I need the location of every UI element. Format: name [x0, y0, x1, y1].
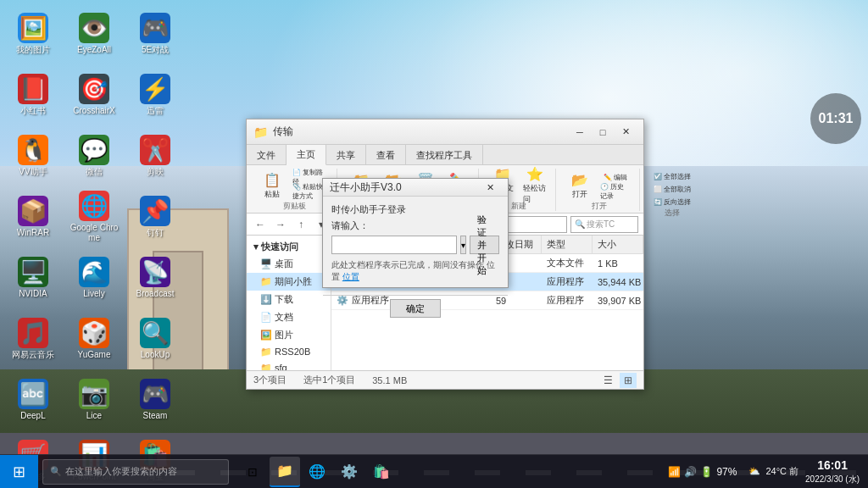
sidebar-item-desktop[interactable]: 🖥️ 桌面 [247, 255, 331, 273]
dialog-box: 迁牛小助手V3.0 ✕ 时传小助手子登录 请输入： ▾ 验证并开始 此处文档程序… [322, 178, 509, 288]
desktop-icon-deepl[interactable]: 🔤 DeepL [4, 370, 62, 430]
ribbon-btn-easy-access[interactable]: ⭐ 轻松访问 [520, 170, 550, 201]
taskbar-icon-edge[interactable]: 🌐 [302, 457, 332, 487]
col-header-type[interactable]: 类型 [542, 236, 593, 253]
desktop-icon-eyezoall[interactable]: 👁️ EyeZoAll [65, 4, 123, 64]
desktop-icon-lively[interactable]: 🌊 Lively [65, 248, 123, 308]
dialog-subtitle: 时传小助手子登录 [331, 203, 499, 216]
taskbar-system-tray: 📶 🔊 🔋 97% ⛅ 24°C 前 16:01 2022/3/30 (水) [654, 458, 868, 486]
search-placeholder: 搜索TC [587, 219, 615, 230]
dialog-link[interactable]: 位置 [342, 272, 359, 281]
desktop-icon-jianying[interactable]: ✂️ 剪映 [126, 126, 184, 186]
sidebar-item-documents[interactable]: 📄 文档 [247, 308, 331, 326]
back-button[interactable]: ← [252, 216, 269, 233]
desktop-icon-winrar[interactable]: 📦 WinRAR [4, 187, 62, 247]
sidebar-item-rss20b[interactable]: 📁 RSS20B [247, 344, 331, 360]
ribbon-btn-invert-select[interactable]: 🔄 反向选择 [648, 196, 696, 208]
desktop-icon-label: Lively [83, 289, 105, 299]
desktop-icon-label: Lice [86, 411, 102, 421]
ribbon-tabs: 文件 主页 共享 查看 查找程序工具 [247, 145, 643, 165]
dialog-verify-button[interactable]: 验证并开始 [470, 236, 499, 254]
desktop-icon-chrome[interactable]: 🌐 Google Chrome [65, 187, 123, 247]
status-items: 3个项目 [253, 374, 287, 386]
desktop-icon-label: 迅雷 [147, 106, 164, 116]
sidebar-item-jianjiansheng[interactable]: 📁 期间小胜 [247, 273, 331, 291]
ribbon-tab-view[interactable]: 查看 [366, 145, 406, 165]
ribbon-btn-paste[interactable]: 📋 粘贴 [257, 170, 287, 201]
search-box[interactable]: 🔍 搜索TC [570, 216, 638, 233]
desktop-icon-label: Broadcast [136, 289, 174, 299]
ribbon-tab-file[interactable]: 文件 [247, 145, 287, 165]
ribbon-btn-history[interactable]: 🕐 历史记录 [597, 185, 634, 198]
ribbon-tab-tools[interactable]: 查找程序工具 [406, 145, 483, 165]
desktop-icon-5e[interactable]: 🎮 5E对战 [126, 4, 184, 64]
taskbar-icon-settings[interactable]: ⚙️ [334, 457, 364, 487]
forward-button[interactable]: → [272, 216, 289, 233]
sidebar-item-sfg[interactable]: 📁 sfg [247, 360, 331, 370]
status-selected: 选中1个项目 [303, 374, 355, 386]
desktop-icon-crosshairx[interactable]: 🎯 CrosshairX [65, 65, 123, 125]
view-list-button[interactable]: ⊞ [620, 373, 637, 388]
desktop-icon-nvidia[interactable]: 🖥️ NVIDIA [4, 248, 62, 308]
desktop-icon-dingding[interactable]: 📌 钉钉 [126, 187, 184, 247]
window-title-icon: 📁 [253, 125, 268, 139]
taskbar-icon-store[interactable]: 🛍️ [366, 457, 397, 487]
desktop-icon-label: Google Chrome [67, 223, 121, 243]
file-type: 文本文件 [542, 257, 593, 269]
tray-icon-network[interactable]: 📶 [668, 466, 681, 478]
search-icon: 🔍 [50, 466, 62, 477]
dialog-close-button[interactable]: ✕ [479, 179, 501, 196]
dialog-dropdown-button[interactable]: ▾ [460, 236, 466, 254]
desktop-icon-label: 网易云音乐 [12, 350, 54, 360]
desktop-icon-label: 微信 [86, 167, 103, 177]
taskbar-icon-taskview[interactable]: ⊡ [237, 457, 268, 487]
ribbon-btn-select-all[interactable]: ☑️ 全部选择 [648, 170, 696, 182]
desktop-icon-xiaohongshu[interactable]: 📕 小红书 [4, 65, 62, 125]
desktop-icon-label: WinRAR [17, 228, 49, 238]
col-header-size[interactable]: 大小 [593, 236, 643, 253]
up-button[interactable]: ↑ [292, 216, 309, 233]
ribbon-tab-share[interactable]: 共享 [326, 145, 366, 165]
desktop-icons-area: 🖼️ 我的图片 👁️ EyeZoAll 🎮 5E对战 📕 小红书 🎯 Cross… [4, 4, 186, 488]
dialog-ok-button[interactable]: 确定 [390, 299, 441, 318]
taskbar-icon-explorer[interactable]: 📁 [270, 457, 300, 487]
sidebar-item-download[interactable]: ⬇️ 下载 [247, 291, 331, 308]
desktop-icon-label: 钉钉 [147, 228, 164, 238]
sidebar-item-pictures[interactable]: 🖼️ 图片 [247, 326, 331, 344]
desktop-icon-music[interactable]: 🎵 网易云音乐 [4, 309, 62, 369]
desktop-icon-vv[interactable]: 🐧 VV助手 [4, 126, 62, 186]
ribbon-group-open-label: 打开 [592, 201, 607, 212]
window-maximize-button[interactable]: □ [592, 124, 614, 141]
desktop-icon-broadcast[interactable]: 📡 Broadcast [126, 248, 184, 308]
desktop-icon-wechat[interactable]: 💬 微信 [65, 126, 123, 186]
taskbar-search-bar[interactable]: 🔍 在这里输入你要搜索的内容 [42, 459, 229, 485]
view-buttons: ☰ ⊞ [599, 373, 637, 388]
desktop-icon-lookup[interactable]: 🔍 LookUp [126, 309, 184, 369]
desktop-icon-label: Steam [143, 411, 168, 421]
file-type: 应用程序 [542, 294, 593, 307]
window-close-button[interactable]: ✕ [615, 124, 637, 141]
desktop-icon-label: EyeZoAll [77, 45, 111, 55]
ribbon-group-new-label: 新建 [511, 201, 526, 212]
desktop-icon-label: 我的图片 [16, 45, 50, 55]
taskbar-clock[interactable]: 16:01 2022/3/30 (水) [805, 458, 860, 486]
ribbon-group-open: 📂 打开 ✏️ 编辑 🕐 历史记录 打开 [559, 169, 640, 211]
desktop-icon-yugame[interactable]: 🎲 YuGame [65, 309, 123, 369]
tray-weather-icon: ⛅ [748, 466, 760, 477]
desktop-icon-xunlei[interactable]: ⚡ 迅雷 [126, 65, 184, 125]
view-details-button[interactable]: ☰ [599, 373, 616, 388]
desktop-icon-lice[interactable]: 📷 Lice [65, 370, 123, 430]
ribbon-tab-home[interactable]: 主页 [287, 145, 326, 165]
dialog-body: 时传小助手子登录 请输入： ▾ 验证并开始 此处文档程序表示已完成，期间没有操作… [323, 197, 508, 295]
window-minimize-button[interactable]: ─ [569, 124, 591, 141]
start-button[interactable]: ⊞ [0, 455, 38, 489]
dialog-input-field[interactable] [331, 236, 457, 254]
tray-icon-volume[interactable]: 🔊 [684, 466, 697, 478]
desktop-icon-steam[interactable]: 🎮 Steam [126, 370, 184, 430]
ribbon-btn-deselect-all[interactable]: ⬜ 全部取消 [648, 183, 696, 195]
desktop-icon-mypictures[interactable]: 🖼️ 我的图片 [4, 4, 62, 64]
tray-icon-battery[interactable]: 🔋 [700, 466, 713, 478]
ribbon-btn-open[interactable]: 📂 打开 [565, 170, 595, 201]
sidebar-header-quick-access[interactable]: ▾快速访问 [247, 239, 331, 255]
dialog-footer: 确定 [323, 295, 508, 321]
